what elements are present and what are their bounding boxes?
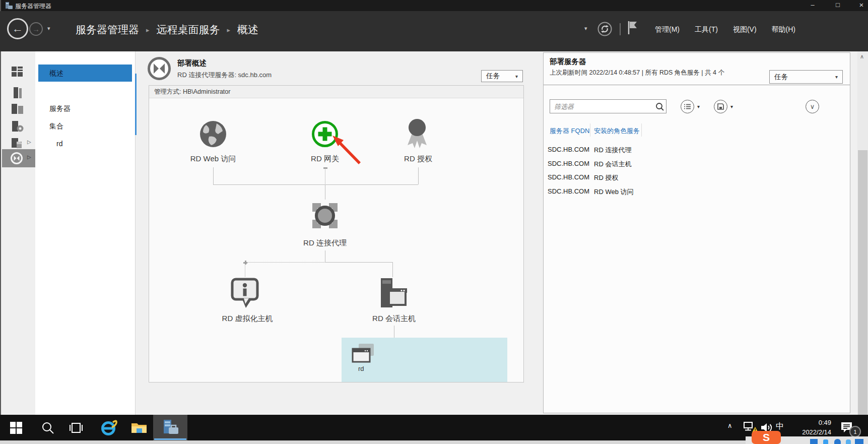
column-header-fqdn[interactable]: 服务器 FQDN: [550, 126, 589, 136]
ime-logo-icon[interactable]: S: [752, 431, 781, 444]
back-icon: ←: [12, 22, 23, 35]
annotation-arrow: [317, 123, 368, 171]
refresh-button[interactable]: [597, 22, 612, 38]
flag-notifications-button[interactable]: [627, 20, 639, 37]
cell-installed-role-service: RD 会话主机: [594, 160, 631, 169]
close-button[interactable]: ×: [851, 0, 868, 11]
connector: [325, 184, 325, 200]
managed-as-bar: 管理方式: HB\Administrator: [149, 86, 523, 98]
table-row[interactable]: SDC.HB.COMRD 连接代理: [544, 144, 849, 158]
left-icon-strip: ▷ ▷: [0, 51, 36, 415]
connector-dotted: [245, 262, 245, 277]
sidebar-item-rds[interactable]: ▷: [2, 149, 35, 167]
breadcrumb-item-overview[interactable]: 概述: [237, 23, 258, 37]
breadcrumb-item-rds[interactable]: 远程桌面服务: [157, 23, 220, 37]
menu-bar: 管理(M) 工具(T) 视图(V) 帮助(H): [655, 25, 795, 34]
header-divider: [620, 23, 621, 35]
rd-connection-broker-icon[interactable]: [308, 199, 342, 234]
save-query-caret-icon[interactable]: ▾: [730, 104, 733, 109]
column-header-roles[interactable]: 安装的角色服务: [594, 126, 640, 136]
deployment-servers-panel: 部署服务器 上次刷新时间 2022/2/14 0:48:57 | 所有 RDS …: [543, 52, 850, 413]
cell-server-fqdn: SDC.HB.COM: [548, 160, 589, 167]
all-servers-icon[interactable]: [11, 103, 24, 117]
file-explorer-button[interactable]: [131, 421, 147, 434]
services-role-icon[interactable]: [11, 120, 24, 135]
minimize-button[interactable]: –: [803, 0, 823, 11]
filter-criteria-caret-icon[interactable]: ▾: [697, 104, 700, 109]
rd-web-access-icon[interactable]: [199, 120, 227, 150]
nav-history-dropdown[interactable]: ▾: [47, 25, 50, 32]
column-divider: [641, 123, 642, 137]
table-row[interactable]: SDC.HB.COMRD 会话主机: [544, 158, 849, 172]
expand-file-storage-icon[interactable]: ▷: [27, 139, 31, 145]
toolbar-icon-fragment: [855, 439, 863, 444]
maximize-button[interactable]: □: [828, 0, 848, 11]
internet-explorer-icon: [100, 419, 118, 436]
active-app-underline: [154, 438, 186, 440]
filter-input[interactable]: [550, 99, 666, 113]
scrollbar-thumb[interactable]: [858, 150, 867, 415]
server-manager-icon: [162, 419, 180, 435]
taskbar-clock[interactable]: 0:49 2022/2/14: [791, 418, 831, 437]
vertical-scrollbar[interactable]: ∧: [857, 51, 868, 415]
overview-tasks-button[interactable]: 任务 ▾: [481, 70, 523, 82]
node-label: RD 授权: [404, 154, 432, 164]
windows-logo-icon: [10, 421, 23, 434]
sidebar-item-collections[interactable]: 集合: [38, 118, 132, 134]
breadcrumb-separator-icon: ▸: [227, 26, 231, 34]
collapse-panel-button[interactable]: ∨: [806, 100, 819, 113]
expand-rds-icon[interactable]: ▷: [27, 154, 31, 160]
local-server-icon[interactable]: [12, 87, 23, 101]
deployment-servers-rows: SDC.HB.COMRD 连接代理SDC.HB.COMRD 会话主机SDC.HB…: [544, 144, 849, 199]
connector: [325, 262, 392, 263]
table-row[interactable]: SDC.HB.COMRD 授权: [544, 171, 849, 185]
rd-session-host-icon[interactable]: [379, 278, 408, 311]
forward-button[interactable]: →: [29, 22, 43, 36]
server-manager-taskbar-button[interactable]: [153, 415, 187, 440]
save-query-button[interactable]: [714, 100, 727, 113]
ime-indicator[interactable]: 中: [776, 421, 784, 432]
notifications-dropdown[interactable]: ▾: [584, 25, 587, 32]
filter-criteria-button[interactable]: [681, 100, 694, 113]
connector: [392, 262, 393, 277]
app-header: ← → ▾ 服务器管理器 ▸ 远程桌面服务 ▸ 概述 ▾ 管理(M) 工具(T)…: [0, 11, 868, 51]
start-button[interactable]: [10, 421, 23, 434]
toolbar-icon-fragment: [846, 439, 851, 444]
tray-chevron-up-icon[interactable]: ∧: [727, 422, 732, 429]
table-row[interactable]: SDC.HB.COMRD Web 访问: [544, 185, 849, 200]
taskbar: ∧ 中 0:49 2022/2/14 1: [0, 415, 868, 440]
internet-explorer-button[interactable]: [100, 419, 118, 436]
node-label: RD Web 访问: [190, 154, 236, 164]
rd-virtualization-host-icon[interactable]: [230, 277, 259, 311]
search-icon: [41, 421, 54, 434]
task-view-button[interactable]: [69, 422, 83, 434]
sidebar-item-collection-rd[interactable]: rd: [38, 136, 132, 151]
servers-tasks-button[interactable]: 任务 ▾: [769, 70, 843, 84]
cell-installed-role-service: RD 授权: [594, 173, 618, 182]
notification-badge[interactable]: 1: [849, 426, 861, 437]
bottom-edge-strip: [0, 440, 868, 444]
breadcrumb-item-server-manager[interactable]: 服务器管理器: [76, 23, 139, 37]
node-label: RD 会话主机: [372, 314, 416, 324]
menu-manage[interactable]: 管理(M): [655, 25, 680, 34]
sidebar-item-overview[interactable]: 概述: [38, 65, 132, 82]
collection-highlight[interactable]: rd: [342, 338, 507, 382]
list-icon: [684, 103, 691, 110]
column-divider: [590, 123, 590, 137]
menu-view[interactable]: 视图(V): [733, 25, 757, 34]
logo-letter: S: [763, 431, 770, 443]
task-view-icon: [69, 422, 83, 434]
search-icon[interactable]: [655, 102, 664, 113]
breadcrumb-separator-icon: ▸: [146, 26, 150, 34]
tile-subtitle: RD 连接代理服务器: sdc.hb.com: [177, 71, 272, 80]
clock-time: 0:49: [791, 418, 831, 427]
back-button[interactable]: ←: [7, 18, 28, 39]
dashboard-icon[interactable]: [11, 66, 23, 80]
scroll-up-icon[interactable]: ∧: [860, 53, 864, 60]
menu-tools[interactable]: 工具(T): [695, 25, 718, 34]
taskbar-search-button[interactable]: [41, 421, 54, 434]
sidebar-item-servers[interactable]: 服务器: [38, 101, 132, 116]
toolbar-icon-fragment: [823, 439, 828, 444]
rd-licensing-icon[interactable]: [406, 118, 428, 151]
menu-help[interactable]: 帮助(H): [772, 25, 795, 34]
